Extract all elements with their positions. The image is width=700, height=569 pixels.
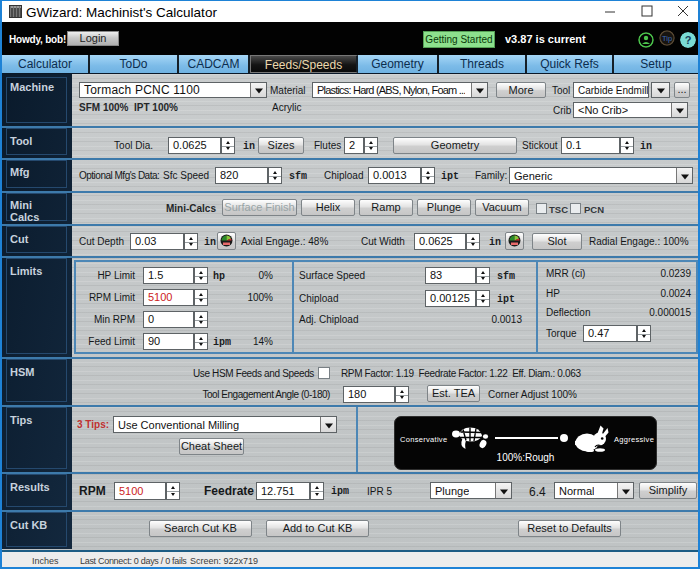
svg-text:Tip: Tip (662, 34, 672, 43)
svg-text:?: ? (685, 34, 692, 46)
